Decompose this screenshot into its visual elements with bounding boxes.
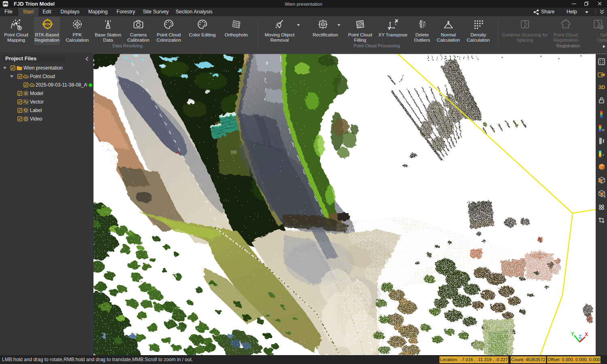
- svg-text:T: T: [602, 154, 604, 157]
- svg-text:X: X: [585, 332, 588, 337]
- svg-text:X: X: [395, 19, 398, 23]
- svg-text:A: A: [107, 22, 109, 25]
- svg-text:Z: Z: [579, 334, 582, 340]
- svg-text:Y: Y: [388, 27, 391, 30]
- svg-text:RTK: RTK: [44, 22, 51, 26]
- svg-text:B: B: [602, 128, 604, 131]
- svg-text:Y: Y: [571, 331, 574, 337]
